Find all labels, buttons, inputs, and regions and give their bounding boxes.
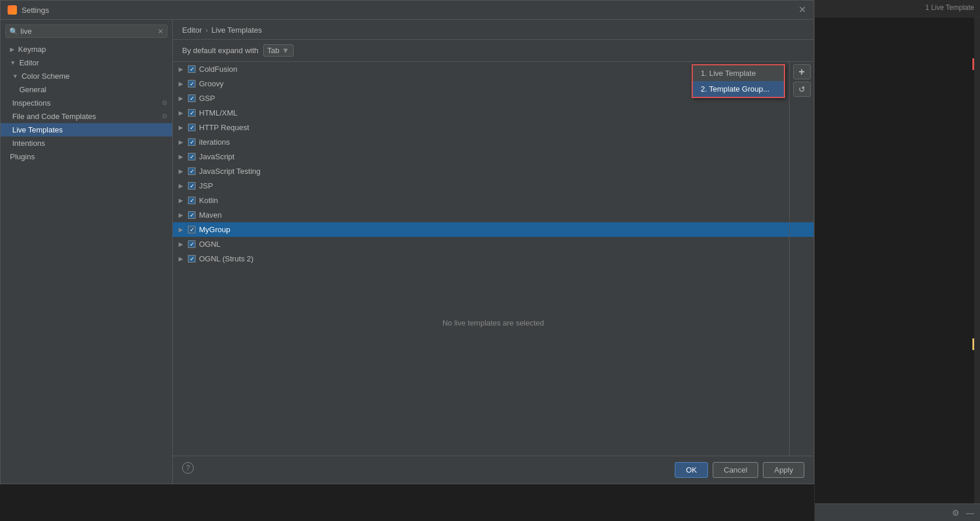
live-template-badge: 1 Live Template xyxy=(815,0,980,15)
template-group-ognl[interactable]: ▶ OGNL xyxy=(173,237,814,251)
expand-icon-mygroup: ▶ xyxy=(177,226,184,233)
popup-template-group[interactable]: 2. Template Group... xyxy=(693,81,784,97)
sidebar-label-file-code-templates: File and Code Templates xyxy=(12,112,96,121)
sidebar-item-intentions[interactable]: Intentions xyxy=(1,137,172,150)
template-group-javascript-testing[interactable]: ▶ JavaScript Testing xyxy=(173,164,814,179)
breadcrumb-separator: › xyxy=(205,26,208,34)
sidebar-item-color-scheme[interactable]: ▼ Color Scheme xyxy=(1,69,172,83)
expand-icon-javascript: ▶ xyxy=(177,153,184,160)
checkbox-ognl-struts[interactable] xyxy=(188,255,196,263)
sidebar-label-live-templates: Live Templates xyxy=(12,125,62,134)
group-name-htmlxml: HTML/XML xyxy=(199,109,238,117)
template-group-javascript[interactable]: ▶ JavaScript xyxy=(173,149,814,164)
action-buttons-panel: + 1. Live Template 2. Template Group... … xyxy=(789,62,814,456)
file-templates-settings-icon: ⚙ xyxy=(162,113,168,120)
expand-icon-maven: ▶ xyxy=(177,212,184,219)
toolbar: By default expand with Tab ▼ xyxy=(173,40,814,62)
expand-dropdown-value: Tab xyxy=(267,46,280,55)
editor-bottom-bar: ⚙ — xyxy=(814,503,980,521)
sidebar-label-keymap: Keymap xyxy=(18,45,46,54)
sidebar-item-inspections[interactable]: Inspections ⚙ xyxy=(1,96,172,110)
editor-gutter xyxy=(974,18,980,521)
expand-arrow-keymap: ▶ xyxy=(10,46,15,53)
group-name-ognl: OGNL xyxy=(199,240,221,249)
group-name-jsp: JSP xyxy=(199,181,213,190)
template-group-ognl-struts[interactable]: ▶ OGNL (Struts 2) xyxy=(173,251,814,266)
expand-arrow-editor: ▼ xyxy=(10,60,16,66)
sidebar-item-plugins[interactable]: Plugins xyxy=(1,150,172,163)
template-group-mygroup[interactable]: ▶ MyGroup xyxy=(173,222,814,237)
template-group-httprequest[interactable]: ▶ HTTP Request xyxy=(173,120,814,135)
group-name-mygroup: MyGroup xyxy=(199,225,230,234)
cancel-button[interactable]: Cancel xyxy=(713,462,758,478)
checkbox-javascript-testing[interactable] xyxy=(188,167,196,175)
checkbox-coldfusion[interactable] xyxy=(188,65,196,73)
apply-button[interactable]: Apply xyxy=(763,462,804,478)
template-group-htmlxml[interactable]: ▶ HTML/XML xyxy=(173,106,814,120)
expand-icon-httprequest: ▶ xyxy=(177,124,184,131)
group-name-kotlin: Kotlin xyxy=(199,196,218,205)
search-input[interactable] xyxy=(20,27,155,36)
group-name-gsp: GSP xyxy=(199,94,215,103)
checkbox-mygroup[interactable] xyxy=(188,226,196,233)
sidebar-item-keymap[interactable]: ▶ Keymap xyxy=(1,43,172,56)
template-group-maven[interactable]: ▶ Maven xyxy=(173,208,814,222)
search-wrap[interactable]: 🔍 ✕ xyxy=(5,25,168,38)
group-name-coldfusion: ColdFusion xyxy=(199,65,238,74)
ok-button[interactable]: OK xyxy=(675,462,708,478)
sidebar-item-editor[interactable]: ▼ Editor xyxy=(1,56,172,69)
sidebar-label-color-scheme: Color Scheme xyxy=(22,72,69,81)
sidebar-item-live-templates[interactable]: Live Templates xyxy=(1,123,172,137)
dash-icon[interactable]: — xyxy=(966,508,975,517)
expand-icon-gsp: ▶ xyxy=(177,95,184,102)
checkbox-iterations[interactable] xyxy=(188,138,196,146)
app-icon xyxy=(8,5,17,15)
dropdown-arrow-icon: ▼ xyxy=(282,46,290,55)
expand-icon-jsp: ▶ xyxy=(177,183,184,190)
template-group-jsp[interactable]: ▶ JSP xyxy=(173,179,814,193)
checkbox-ognl[interactable] xyxy=(188,240,196,248)
dialog-body: 🔍 ✕ ▶ Keymap ▼ Editor ▼ Color Scheme Gen… xyxy=(1,20,814,484)
sidebar-label-inspections: Inspections xyxy=(12,99,51,107)
template-group-kotlin[interactable]: ▶ Kotlin xyxy=(173,193,814,208)
sidebar-item-file-code-templates[interactable]: File and Code Templates ⚙ xyxy=(1,110,172,123)
editor-topbar: 1 Live Template xyxy=(815,0,980,18)
template-group-iterations[interactable]: ▶ iterations xyxy=(173,135,814,149)
expand-dropdown[interactable]: Tab ▼ xyxy=(263,44,294,57)
no-templates-message: No live templates are selected xyxy=(431,307,556,339)
checkbox-gsp[interactable] xyxy=(188,95,196,102)
sidebar-item-general[interactable]: General xyxy=(1,83,172,96)
dialog-title-text: Settings xyxy=(22,6,49,15)
dialog-title-area: Settings xyxy=(8,5,49,15)
add-button-container: + 1. Live Template 2. Template Group... xyxy=(793,64,811,79)
gear-icon[interactable]: ⚙ xyxy=(952,508,961,517)
group-name-javascript: JavaScript xyxy=(199,152,235,161)
expand-icon-javascript-testing: ▶ xyxy=(177,168,184,175)
expand-icon-groovy: ▶ xyxy=(177,81,184,88)
checkbox-httprequest[interactable] xyxy=(188,124,196,131)
add-button[interactable]: + xyxy=(793,64,811,79)
checkbox-kotlin[interactable] xyxy=(188,197,196,204)
checkbox-maven[interactable] xyxy=(188,211,196,219)
expand-icon-htmlxml: ▶ xyxy=(177,110,184,117)
sidebar-label-editor: Editor xyxy=(19,58,39,67)
checkbox-jsp[interactable] xyxy=(188,182,196,190)
search-icon: 🔍 xyxy=(9,27,18,36)
search-clear-button[interactable]: ✕ xyxy=(158,27,163,36)
breadcrumb-parent: Editor xyxy=(182,26,202,34)
group-name-groovy: Groovy xyxy=(199,79,224,88)
search-box: 🔍 ✕ xyxy=(1,20,172,43)
popup-live-template[interactable]: 1. Live Template xyxy=(693,65,784,81)
group-name-javascript-testing: JavaScript Testing xyxy=(199,167,260,176)
expand-arrow-color-scheme: ▼ xyxy=(12,73,18,79)
close-button[interactable]: ✕ xyxy=(797,5,807,15)
add-popup-menu: 1. Live Template 2. Template Group... xyxy=(692,64,785,98)
dialog-titlebar: Settings ✕ xyxy=(1,1,814,20)
checkbox-javascript[interactable] xyxy=(188,153,196,160)
checkbox-groovy[interactable] xyxy=(188,80,196,88)
reset-button[interactable]: ↺ xyxy=(793,82,811,97)
help-button[interactable]: ? xyxy=(182,462,194,474)
settings-dialog: Settings ✕ 🔍 ✕ ▶ Keymap ▼ Editor xyxy=(0,0,814,484)
expand-icon-ognl: ▶ xyxy=(177,241,184,248)
checkbox-htmlxml[interactable] xyxy=(188,109,196,117)
